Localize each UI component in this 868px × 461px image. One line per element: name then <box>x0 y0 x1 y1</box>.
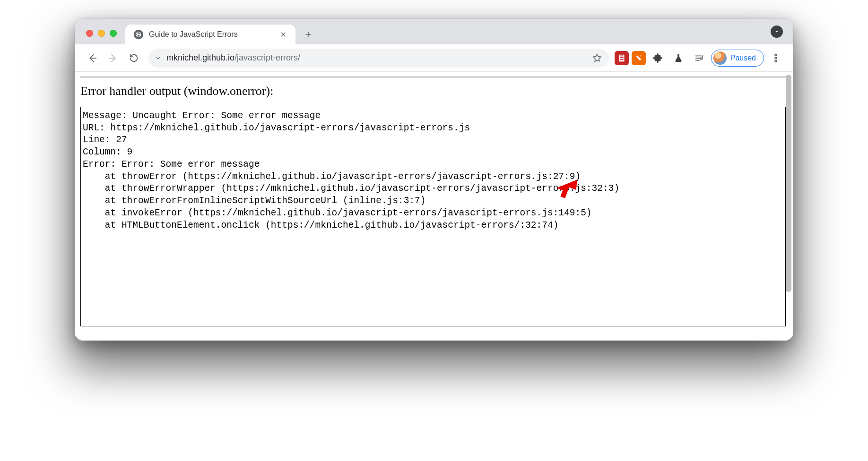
url-path: /javascript-errors/ <box>234 53 300 62</box>
globe-icon <box>134 30 143 39</box>
bookmark-star-icon[interactable] <box>592 53 602 63</box>
svg-rect-1 <box>620 55 623 56</box>
browser-toolbar: mknichel.github.io/javascript-errors/ Pa… <box>75 44 793 72</box>
browser-tab-active[interactable]: Guide to JavaScript Errors <box>125 25 295 44</box>
window-minimize-button[interactable] <box>98 30 105 37</box>
svg-point-6 <box>775 57 777 59</box>
media-reading-list-icon[interactable] <box>690 49 708 67</box>
svg-point-7 <box>775 60 777 62</box>
forward-button[interactable] <box>104 49 122 67</box>
page-viewport: Error handler output (window.onerror): M… <box>75 72 793 341</box>
url-host: mknichel.github.io <box>166 53 234 62</box>
window-zoom-button[interactable] <box>110 30 117 37</box>
extensions-puzzle-icon[interactable] <box>649 49 667 67</box>
search-tabs-button[interactable] <box>771 26 783 38</box>
tab-title: Guide to JavaScript Errors <box>149 30 274 39</box>
profile-chip[interactable]: Paused <box>711 50 764 67</box>
error-output-box: Message: Uncaught Error: Some error mess… <box>80 107 786 326</box>
extension-icon-2[interactable] <box>632 51 646 65</box>
labs-flask-icon[interactable] <box>669 49 687 67</box>
reload-button[interactable] <box>125 49 143 67</box>
svg-rect-2 <box>620 57 623 58</box>
extension-icon-1[interactable] <box>615 51 629 65</box>
tab-close-button[interactable] <box>279 31 287 38</box>
svg-rect-3 <box>620 59 623 60</box>
browser-window: Guide to JavaScript Errors mkni <box>75 19 793 341</box>
kebab-menu-button[interactable] <box>767 49 785 67</box>
svg-point-4 <box>640 55 641 56</box>
window-close-button[interactable] <box>86 30 93 37</box>
horizontal-rule <box>80 77 786 77</box>
url-text: mknichel.github.io/javascript-errors/ <box>166 53 587 63</box>
back-button[interactable] <box>83 49 101 67</box>
vertical-scrollbar[interactable] <box>786 75 791 292</box>
avatar-icon <box>713 51 727 65</box>
section-heading: Error handler output (window.onerror): <box>80 84 786 98</box>
svg-point-5 <box>775 54 777 56</box>
tab-strip: Guide to JavaScript Errors <box>75 19 793 44</box>
window-controls <box>86 30 117 37</box>
profile-status: Paused <box>730 54 756 62</box>
new-tab-button[interactable] <box>300 26 316 43</box>
site-info-icon[interactable] <box>154 54 162 62</box>
address-bar[interactable]: mknichel.github.io/javascript-errors/ <box>148 49 609 68</box>
